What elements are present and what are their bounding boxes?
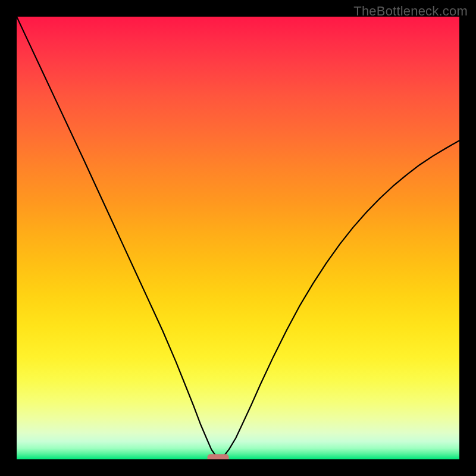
bottleneck-curve (17, 17, 459, 458)
plot-area (17, 17, 459, 459)
chart-svg (17, 17, 459, 459)
chart-frame: TheBottleneck.com (0, 0, 476, 476)
minimum-marker (208, 454, 229, 459)
